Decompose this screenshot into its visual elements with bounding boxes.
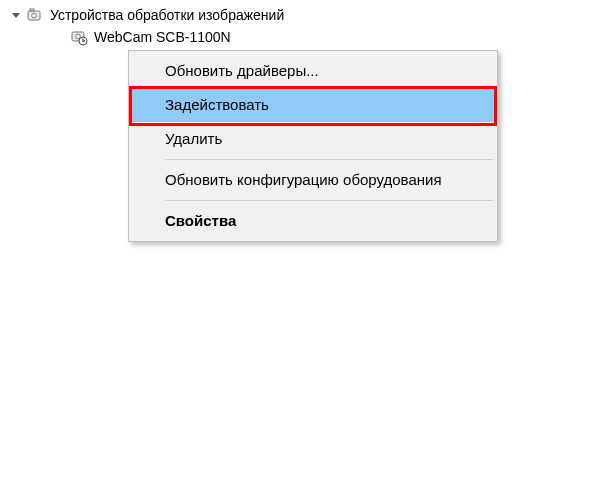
menu-item-label: Обновить конфигурацию оборудования [165,171,442,188]
tree-category-row[interactable]: Устройства обработки изображений [10,4,284,26]
svg-point-1 [32,13,37,18]
imaging-device-category-icon [26,6,44,24]
svg-rect-2 [30,9,34,11]
menu-item-delete[interactable]: Удалить [131,122,495,156]
tree-category-label: Устройства обработки изображений [50,7,284,23]
menu-item-label: Свойства [165,212,236,229]
menu-item-label: Задействовать [165,96,269,113]
device-tree: Устройства обработки изображений WebCam … [10,4,284,48]
tree-device-label: WebCam SCB-1100N [94,29,231,45]
menu-item-scan-hardware[interactable]: Обновить конфигурацию оборудования [131,163,495,197]
webcam-device-disabled-icon [70,28,88,46]
tree-device-row[interactable]: WebCam SCB-1100N [10,26,284,48]
menu-item-label: Удалить [165,130,222,147]
menu-item-enable[interactable]: Задействовать [131,88,495,122]
menu-separator [165,200,493,201]
menu-item-update-drivers[interactable]: Обновить драйверы... [131,54,495,88]
chevron-down-icon[interactable] [10,9,22,21]
menu-item-label: Обновить драйверы... [165,62,319,79]
menu-item-properties[interactable]: Свойства [131,204,495,238]
menu-separator [165,159,493,160]
context-menu: Обновить драйверы... Задействовать Удали… [128,50,498,242]
